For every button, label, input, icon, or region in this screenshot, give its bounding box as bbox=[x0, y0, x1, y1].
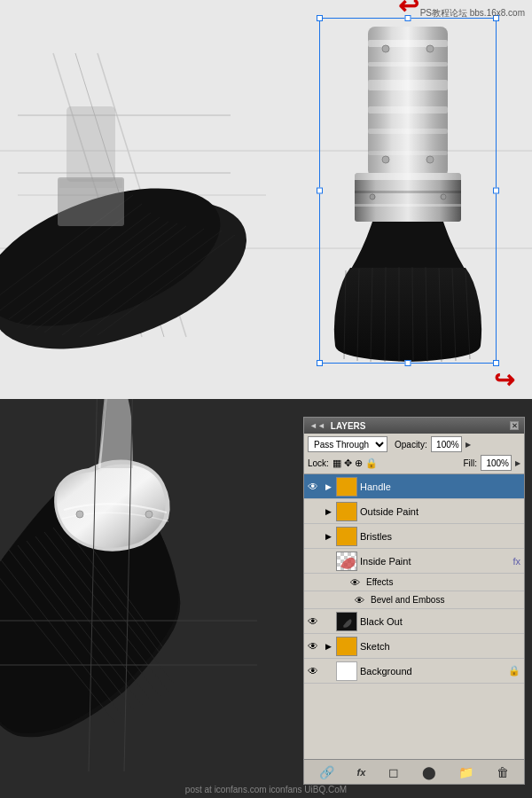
layer-thumb-black-out bbox=[336, 612, 357, 631]
layer-thumb-outside-paint bbox=[336, 502, 357, 521]
svg-rect-35 bbox=[355, 173, 461, 180]
layer-name-background: Background bbox=[360, 666, 505, 677]
layer-visibility-outside-paint bbox=[306, 505, 320, 519]
layer-row-outside-paint[interactable]: ▶ Outside Paint bbox=[304, 499, 524, 524]
canvas-top: PS教程论坛 bbs.16x8.com bbox=[0, 0, 532, 399]
fill-label: Fill: bbox=[463, 458, 477, 468]
layer-name-outside-paint: Outside Paint bbox=[360, 506, 522, 517]
blend-mode-select[interactable]: Pass Through Normal Multiply Screen Over… bbox=[308, 436, 387, 452]
bottom-brush-svg bbox=[0, 399, 293, 798]
effects-label: Effects bbox=[366, 577, 393, 587]
svg-rect-36 bbox=[355, 191, 461, 193]
layer-row-bristles[interactable]: ▶ Bristles bbox=[304, 524, 524, 549]
lock-artboard-icon[interactable]: ⊕ bbox=[355, 458, 363, 469]
brush-sketch-svg bbox=[0, 71, 266, 355]
layer-row-black-out[interactable]: 👁 Black Out bbox=[304, 609, 524, 634]
lock-fill-row: Lock: ▦ ✥ ⊕ 🔒 Fill: ▶ bbox=[308, 455, 520, 471]
blend-mode-row: Pass Through Normal Multiply Screen Over… bbox=[308, 436, 520, 452]
background-lock-icon: 🔒 bbox=[508, 665, 520, 677]
svg-point-39 bbox=[441, 194, 446, 200]
layer-thumb-sketch bbox=[336, 637, 357, 656]
svg-point-38 bbox=[370, 194, 375, 200]
lock-label: Lock: bbox=[308, 458, 329, 468]
lock-move-icon[interactable]: ✥ bbox=[344, 458, 352, 469]
layer-name-handle: Handle bbox=[360, 481, 522, 492]
layer-expand-bristles[interactable]: ▶ bbox=[323, 531, 333, 542]
layer-thumb-bristles bbox=[336, 527, 357, 546]
svg-point-33 bbox=[426, 156, 434, 163]
selection-handle-bm[interactable] bbox=[405, 360, 411, 366]
close-icon[interactable]: ✕ bbox=[510, 421, 519, 430]
lock-all-icon[interactable]: 🔒 bbox=[365, 458, 378, 469]
layer-row-sketch[interactable]: 👁 ▶ Sketch bbox=[304, 634, 524, 659]
watermark-top: PS教程论坛 bbs.16x8.com bbox=[420, 7, 525, 20]
layers-panel-title: LAYERS bbox=[331, 421, 510, 431]
rotate-arrow-bottom-right: ↪ bbox=[494, 365, 514, 395]
layers-panel-titlebar: ◄◄ LAYERS ✕ bbox=[304, 418, 524, 434]
layer-thumb-background bbox=[336, 661, 357, 681]
watermark-bottom: post at iconfans.com iconfans UiBQ.CoM bbox=[0, 785, 532, 794]
opacity-label: Opacity: bbox=[395, 440, 427, 450]
layer-visibility-inside-paint bbox=[306, 554, 320, 568]
layer-expand-outside-paint[interactable]: ▶ bbox=[323, 506, 333, 517]
layers-list: 👁 ▶ Handle ▶ Outside Paint ▶ bbox=[304, 474, 524, 736]
layer-thumb-handle bbox=[336, 477, 357, 497]
svg-rect-24 bbox=[368, 40, 448, 47]
layer-row-handle[interactable]: 👁 ▶ Handle bbox=[304, 474, 524, 499]
layer-expand-handle[interactable]: ▶ bbox=[323, 481, 333, 492]
canvas-bottom: ◄◄ LAYERS ✕ Pass Through Normal Multiply… bbox=[0, 399, 532, 798]
opacity-input[interactable] bbox=[431, 436, 462, 452]
real-brush-svg bbox=[319, 18, 497, 364]
rotate-arrow-top: ↩ bbox=[398, 0, 419, 20]
layer-fx-inside-paint[interactable]: fx bbox=[512, 556, 520, 567]
layer-expand-sketch[interactable]: ▶ bbox=[323, 641, 333, 652]
svg-point-61 bbox=[145, 511, 153, 518]
svg-rect-29 bbox=[368, 151, 448, 155]
layer-visibility-sketch[interactable]: 👁 bbox=[306, 639, 320, 653]
svg-rect-37 bbox=[355, 204, 461, 207]
create-group-icon[interactable]: 📁 bbox=[458, 765, 473, 779]
layer-visibility-bristles bbox=[306, 529, 320, 544]
effects-visibility[interactable]: 👁 bbox=[348, 576, 361, 589]
lock-checkered-icon[interactable]: ▦ bbox=[332, 458, 341, 469]
link-layers-icon[interactable]: 🔗 bbox=[319, 765, 334, 779]
add-adjustment-icon[interactable]: ⬤ bbox=[422, 765, 436, 779]
svg-rect-22 bbox=[66, 106, 115, 182]
fill-input[interactable] bbox=[481, 455, 512, 471]
selection-handle-bl[interactable] bbox=[317, 360, 323, 366]
selection-handle-tl[interactable] bbox=[317, 15, 323, 21]
delete-layer-icon[interactable]: 🗑 bbox=[497, 765, 509, 779]
opacity-arrow[interactable]: ▶ bbox=[466, 441, 471, 449]
layer-visibility-black-out[interactable]: 👁 bbox=[306, 614, 320, 629]
add-mask-icon[interactable]: ◻ bbox=[388, 765, 399, 779]
lock-icons: ▦ ✥ ⊕ 🔒 bbox=[332, 458, 378, 469]
svg-point-32 bbox=[382, 156, 389, 163]
bevel-emboss-item[interactable]: 👁 Bevel and Emboss bbox=[304, 591, 524, 609]
selection-handle-mr[interactable] bbox=[493, 188, 499, 194]
svg-point-30 bbox=[382, 45, 389, 52]
layers-header: Pass Through Normal Multiply Screen Over… bbox=[304, 434, 524, 474]
effects-group[interactable]: 👁 Effects bbox=[304, 574, 524, 591]
layer-name-black-out: Black Out bbox=[360, 616, 522, 627]
panel-collapse-arrows[interactable]: ◄◄ bbox=[309, 421, 325, 430]
layers-bottom-toolbar: 🔗 fx ◻ ⬤ 📁 🗑 bbox=[304, 759, 524, 784]
layer-visibility-background[interactable]: 👁 bbox=[306, 664, 320, 678]
layer-name-bristles: Bristles bbox=[360, 531, 522, 542]
bevel-emboss-visibility[interactable]: 👁 bbox=[353, 594, 365, 606]
titlebar-buttons: ✕ bbox=[510, 421, 519, 430]
svg-rect-28 bbox=[368, 129, 448, 134]
svg-rect-25 bbox=[368, 62, 448, 66]
bevel-emboss-label: Bevel and Emboss bbox=[371, 595, 444, 605]
add-style-icon[interactable]: fx bbox=[357, 767, 366, 778]
selection-handle-ml[interactable] bbox=[317, 188, 323, 194]
layer-row-inside-paint[interactable]: Inside Paint fx bbox=[304, 549, 524, 574]
svg-point-31 bbox=[426, 45, 434, 52]
fill-arrow[interactable]: ▶ bbox=[515, 459, 520, 467]
svg-rect-26 bbox=[368, 80, 448, 90]
svg-point-60 bbox=[76, 511, 83, 518]
layer-name-sketch: Sketch bbox=[360, 641, 522, 652]
layer-thumb-inside-paint bbox=[336, 552, 357, 571]
layer-visibility-handle[interactable]: 👁 bbox=[306, 480, 320, 494]
layer-row-background[interactable]: 👁 Background 🔒 bbox=[304, 659, 524, 684]
layer-name-inside-paint: Inside Paint bbox=[360, 556, 510, 567]
